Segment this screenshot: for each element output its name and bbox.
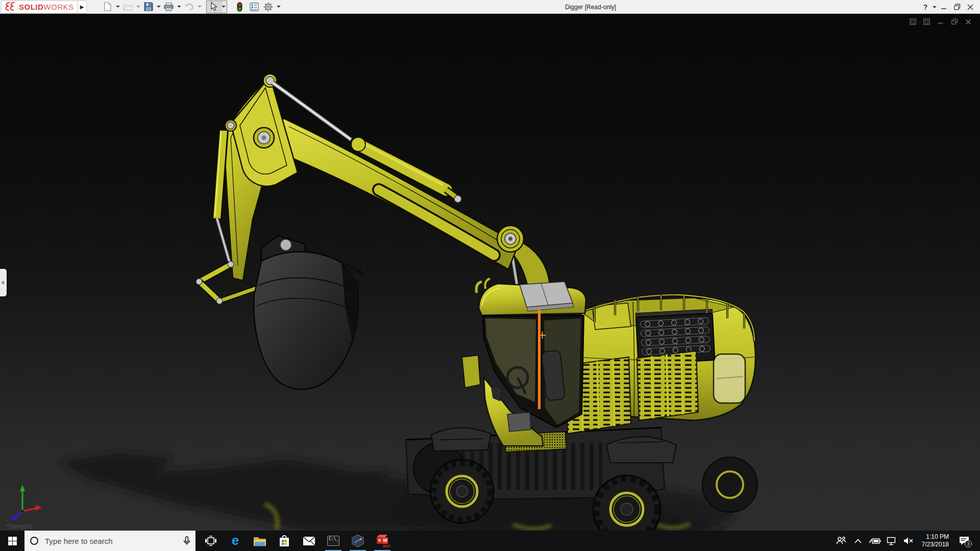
bucket[interactable] bbox=[254, 236, 362, 389]
bucket-linkage[interactable] bbox=[196, 261, 263, 304]
taskbar-search[interactable] bbox=[24, 531, 195, 551]
help-dropdown[interactable] bbox=[932, 1, 937, 13]
rebuild-button[interactable] bbox=[233, 1, 247, 13]
mdi-restore-icon[interactable] bbox=[950, 18, 958, 26]
tray-time: 1:10 PM bbox=[926, 533, 949, 541]
mail-icon bbox=[303, 536, 315, 546]
battery-status[interactable] bbox=[868, 531, 881, 551]
boom-left-pin[interactable] bbox=[227, 122, 234, 129]
select-tool-dropdown[interactable] bbox=[221, 2, 226, 12]
notification-badge: 3 bbox=[965, 540, 972, 547]
battery-charging-icon bbox=[869, 537, 881, 544]
title-bar: SOLIDWORKS ▶ bbox=[0, 0, 980, 14]
model-canvas[interactable] bbox=[0, 14, 980, 531]
select-tool-group bbox=[206, 1, 227, 13]
document-title: Digger [Read-only] bbox=[565, 4, 616, 11]
edge-icon: e bbox=[232, 534, 239, 547]
new-document-button[interactable] bbox=[101, 1, 114, 13]
cab[interactable] bbox=[462, 279, 586, 446]
restore-button[interactable] bbox=[950, 0, 964, 14]
menu-expand-arrow[interactable]: ▶ bbox=[78, 1, 87, 13]
print-button[interactable] bbox=[162, 1, 176, 13]
solidworks-2017-button[interactable]: S W 2017 bbox=[370, 531, 395, 551]
mdi-window-controls bbox=[909, 18, 972, 26]
command-prompt-button[interactable]: C:\_ bbox=[321, 531, 346, 551]
cortana-icon bbox=[30, 536, 39, 545]
ethernet-icon bbox=[887, 537, 897, 545]
microphone-icon[interactable] bbox=[183, 536, 190, 546]
mail-button[interactable] bbox=[297, 531, 321, 551]
taskbar: e C: bbox=[0, 531, 980, 551]
save-dropdown[interactable] bbox=[156, 1, 161, 13]
print-icon bbox=[164, 3, 174, 11]
ds-logo-icon bbox=[4, 2, 19, 12]
minimize-button[interactable] bbox=[937, 0, 950, 14]
store-button[interactable] bbox=[272, 531, 297, 551]
tray-overflow-button[interactable] bbox=[851, 531, 865, 551]
close-icon bbox=[967, 4, 973, 10]
file-explorer-icon bbox=[253, 536, 266, 546]
print-dropdown[interactable] bbox=[177, 1, 182, 13]
tray-clock[interactable]: 1:10 PM 7/23/2018 bbox=[919, 533, 952, 548]
mdi-doc-icon-1[interactable] bbox=[909, 18, 917, 26]
solidworks-logo: SOLIDWORKS bbox=[1, 1, 78, 13]
start-button[interactable] bbox=[0, 531, 24, 551]
feature-panel-collapse-tab[interactable] bbox=[0, 269, 7, 296]
help-button[interactable]: ? bbox=[919, 0, 932, 14]
new-document-icon bbox=[103, 2, 112, 11]
cab-step bbox=[462, 355, 480, 388]
save-floppy-icon bbox=[144, 2, 153, 11]
options-gear-icon bbox=[263, 2, 273, 12]
people-icon bbox=[836, 536, 846, 545]
undo-button[interactable] bbox=[183, 1, 196, 13]
minimize-icon bbox=[941, 4, 947, 10]
selected-edge-highlight[interactable] bbox=[538, 309, 541, 409]
command-prompt-icon: C:\_ bbox=[327, 536, 339, 546]
rebuild-traffic-light-icon bbox=[237, 2, 242, 12]
windows-logo-icon bbox=[8, 537, 17, 545]
action-center-button[interactable]: 3 bbox=[955, 531, 973, 551]
file-explorer-button[interactable] bbox=[248, 531, 272, 551]
open-dropdown[interactable] bbox=[136, 1, 141, 13]
view-orientation-label: *Dimetric bbox=[6, 522, 33, 530]
task-view-icon bbox=[205, 536, 217, 546]
taskbar-icons: e C: bbox=[199, 531, 395, 551]
brand-works: WORKS bbox=[43, 3, 74, 11]
brand-solid: SOLID bbox=[19, 3, 43, 11]
open-folder-icon bbox=[123, 3, 133, 11]
volume-muted-icon bbox=[903, 537, 914, 545]
edge-button[interactable]: e bbox=[223, 531, 248, 551]
3d-viewer-icon bbox=[351, 534, 364, 547]
select-tool-button[interactable] bbox=[207, 1, 220, 13]
wheel-front-left[interactable] bbox=[430, 460, 494, 523]
people-button[interactable] bbox=[835, 531, 848, 551]
mdi-doc-icon-2[interactable] bbox=[923, 18, 930, 26]
cab-handle bbox=[476, 282, 482, 293]
open-button[interactable] bbox=[121, 1, 135, 13]
network-status[interactable] bbox=[885, 531, 898, 551]
3d-viewer-button[interactable] bbox=[346, 531, 370, 551]
save-button[interactable] bbox=[142, 1, 155, 13]
volume-status[interactable] bbox=[902, 531, 915, 551]
window-controls: ? bbox=[919, 0, 977, 14]
undo-arrow-icon bbox=[184, 3, 194, 11]
new-document-dropdown[interactable] bbox=[115, 1, 120, 13]
solidworks-2017-icon: S W 2017 bbox=[376, 534, 389, 547]
orientation-triad bbox=[11, 485, 42, 521]
close-button[interactable] bbox=[964, 0, 977, 14]
task-view-button[interactable] bbox=[199, 531, 223, 551]
options-dropdown[interactable] bbox=[276, 1, 281, 13]
options-button[interactable] bbox=[262, 1, 275, 13]
undo-dropdown[interactable] bbox=[197, 1, 202, 13]
chevron-up-icon bbox=[854, 539, 862, 543]
roof-ac-box[interactable] bbox=[520, 282, 574, 311]
file-properties-icon bbox=[250, 3, 259, 11]
system-tray: 1:10 PM 7/23/2018 3 bbox=[835, 531, 980, 551]
mdi-minimize-icon[interactable] bbox=[937, 18, 944, 26]
graphics-viewport[interactable]: *Dimetric bbox=[0, 14, 980, 531]
tray-date: 7/23/2018 bbox=[922, 541, 949, 548]
mdi-close-icon[interactable] bbox=[964, 18, 972, 26]
search-input[interactable] bbox=[44, 536, 183, 546]
store-icon bbox=[279, 535, 290, 547]
file-properties-button[interactable] bbox=[248, 1, 261, 13]
